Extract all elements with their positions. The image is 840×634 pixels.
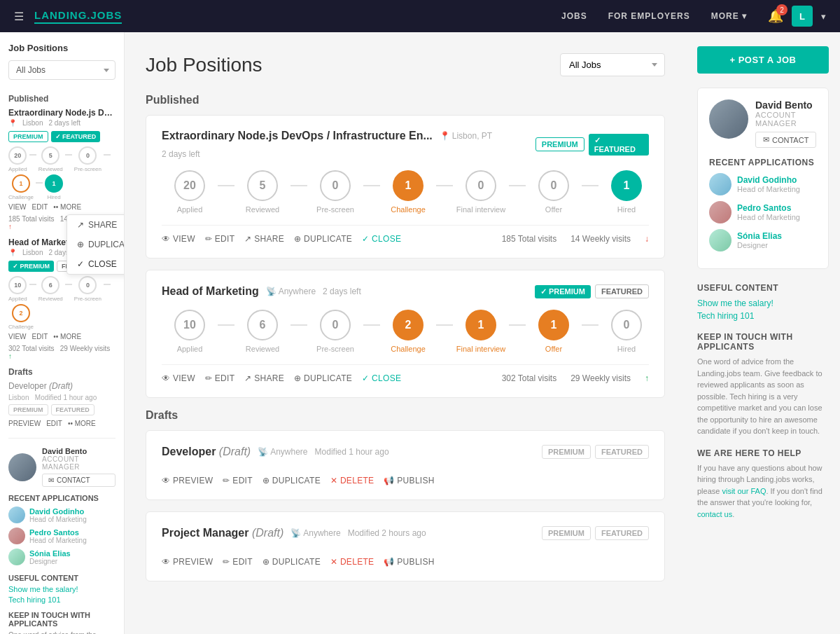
stat-challenge2[interactable]: 2 <box>12 304 30 322</box>
draft2-duplicate-btn[interactable]: ⊕ DUPLICATE <box>262 557 321 567</box>
stage2-hired[interactable]: 0 Hired <box>598 310 649 353</box>
job2-total-visits: 302 Total visits <box>502 373 557 383</box>
stage-offer[interactable]: 0 Offer <box>526 170 582 214</box>
sidebar-contact-btn[interactable]: ✉ CONTACT <box>42 474 115 487</box>
stat-hired[interactable]: 1 <box>45 174 63 193</box>
nav-logo[interactable]: LANDING.JOBS <box>34 9 122 24</box>
job1-share-btn[interactable]: ↗ SHARE <box>244 234 284 244</box>
stage-hired[interactable]: 1 Hired <box>598 170 649 214</box>
connector <box>509 324 526 326</box>
user-avatar-nav[interactable]: L <box>792 6 813 27</box>
preview-action[interactable]: PREVIEW <box>8 420 41 427</box>
draft1-delete-btn[interactable]: ✕ DELETE <box>330 476 374 485</box>
dropdown-close[interactable]: ✓ CLOSE <box>67 254 125 274</box>
view-action[interactable]: VIEW <box>8 203 27 211</box>
draft1-duplicate-btn[interactable]: ⊕ DUPLICATE <box>262 476 321 485</box>
job1-edit-btn[interactable]: ✏ EDIT <box>205 234 234 244</box>
draft1-edit-btn[interactable]: ✏ EDIT <box>223 476 252 485</box>
stage2-final[interactable]: 1 Final interview <box>453 310 509 353</box>
job2-trend-icon: ↑ <box>645 373 649 383</box>
stage2-circle-hired: 0 <box>611 310 642 340</box>
notification-bell[interactable]: 🔔 2 <box>768 8 783 24</box>
job1-premium-badge: PREMIUM <box>536 137 584 151</box>
draft1-publish-btn[interactable]: 📢 PUBLISH <box>384 476 434 485</box>
user-chevron-icon[interactable]: ▾ <box>821 11 826 22</box>
job2-title[interactable]: Head of Marketing <box>162 285 259 298</box>
stat-applied[interactable]: 20 <box>8 146 27 165</box>
job2-duplicate-btn[interactable]: ⊕ DUPLICATE <box>294 373 352 383</box>
job2-share-btn[interactable]: ↗ SHARE <box>244 373 284 383</box>
tech-link[interactable]: Tech hiring 101 <box>8 595 115 604</box>
sidebar-job1-badges: PREMIUM ✓ FEATURED <box>8 131 115 142</box>
nav-employers[interactable]: FOR EMPLOYERS <box>608 11 690 21</box>
view-action2[interactable]: VIEW <box>8 333 27 340</box>
right-profile-name: David Bento <box>755 99 817 111</box>
envelope-icon: ✉ <box>763 135 769 144</box>
more-action2[interactable]: •• MORE <box>53 333 81 340</box>
left-sidebar: Job Positions All Jobs Published Extraor… <box>0 32 125 634</box>
sidebar-filter-select[interactable]: All Jobs <box>8 60 115 80</box>
job1-view-btn[interactable]: 👁 VIEW <box>162 234 195 244</box>
right-salary-link[interactable]: Show me the salary! <box>697 298 829 308</box>
connector <box>509 185 526 186</box>
applicant2-avatar <box>8 528 25 544</box>
job2-view-btn[interactable]: 👁 VIEW <box>162 373 195 383</box>
envelope-icon: ✉ <box>48 476 54 484</box>
job2-premium-badge: ✓ PREMIUM <box>535 285 591 298</box>
stat-applied2[interactable]: 10 <box>8 276 27 294</box>
stage-final[interactable]: 0 Final interview <box>453 170 509 214</box>
job1-title[interactable]: Extraordinary Node.js DevOps / Infrastru… <box>162 130 433 142</box>
right-tech-link[interactable]: Tech hiring 101 <box>697 311 829 321</box>
faq-link[interactable]: visit our FAQ <box>722 487 766 495</box>
draft2-title[interactable]: Project Manager (Draft) <box>162 527 284 539</box>
stat-reviewed2[interactable]: 6 <box>41 276 59 294</box>
stat-reviewed[interactable]: 5 <box>41 146 59 165</box>
nav-more[interactable]: MORE ▾ <box>711 11 747 21</box>
stat-challenge[interactable]: 1 <box>12 174 30 193</box>
edit-action[interactable]: EDIT <box>32 203 48 211</box>
draft2-preview-btn[interactable]: 👁 PREVIEW <box>162 557 213 567</box>
more-action[interactable]: •• MORE <box>53 203 81 211</box>
stat-prescreen2[interactable]: 0 <box>78 276 97 294</box>
sidebar-keep-text: One word of advice from the Landing.jobs… <box>8 630 115 634</box>
sidebar-applicant-2: Pedro Santos Head of Marketing <box>8 528 115 544</box>
right-contact-btn[interactable]: ✉ CONTACT <box>755 132 816 148</box>
stage-applied[interactable]: 20 Applied <box>162 170 218 214</box>
draft1-preview-btn[interactable]: 👁 PREVIEW <box>162 476 213 485</box>
dropdown-share[interactable]: ↗ SHARE <box>67 215 125 235</box>
job1-duplicate-btn[interactable]: ⊕ DUPLICATE <box>294 234 352 244</box>
stage-prescreen[interactable]: 0 Pre-screen <box>307 170 363 214</box>
stage2-challenge[interactable]: 2 Challenge <box>380 310 436 353</box>
right-help-label: WE ARE HERE TO HELP <box>697 448 829 458</box>
edit-draft-action[interactable]: EDIT <box>46 420 62 427</box>
stage2-offer[interactable]: 1 Offer <box>526 310 582 353</box>
draft2-edit-btn[interactable]: ✏ EDIT <box>223 557 252 567</box>
stage2-reviewed[interactable]: 6 Reviewed <box>234 310 290 353</box>
stage-circle-hired: 1 <box>611 170 642 201</box>
right-applicant1-info: David Godinho Head of Marketing <box>737 175 800 193</box>
stage-challenge[interactable]: 1 Challenge <box>380 170 436 214</box>
stage-reviewed[interactable]: 5 Reviewed <box>234 170 290 214</box>
draft2-delete-btn[interactable]: ✕ DELETE <box>330 557 374 567</box>
job1-close-btn[interactable]: ✓ CLOSE <box>362 234 401 244</box>
draft2-publish-btn[interactable]: 📢 PUBLISH <box>384 557 434 567</box>
right-recent-apps-label: RECENT APPLICATIONS <box>709 158 817 167</box>
contact-link[interactable]: contact us <box>697 510 732 518</box>
dropdown-duplicate[interactable]: ⊕ DUPLICATE <box>67 235 125 254</box>
salary-link[interactable]: Show me the salary! <box>8 585 115 593</box>
stage2-prescreen[interactable]: 0 Pre-screen <box>307 310 363 353</box>
more-draft-action[interactable]: •• MORE <box>68 420 96 427</box>
post-job-btn[interactable]: + POST A JOB <box>697 46 829 74</box>
main-filter-select[interactable]: All Jobs <box>560 53 665 76</box>
edit-action2[interactable]: EDIT <box>32 333 48 340</box>
job2-featured-badge: FEATURED <box>595 284 649 298</box>
right-profile-card: David Bento ACCOUNT MANAGER ✉ CONTACT RE… <box>697 88 829 269</box>
draft1-title[interactable]: Developer (Draft) <box>162 446 251 458</box>
hamburger-icon[interactable]: ☰ <box>14 10 24 23</box>
job2-close-btn[interactable]: ✓ CLOSE <box>362 373 401 383</box>
nav-jobs[interactable]: JOBS <box>561 11 587 21</box>
stage2-applied[interactable]: 10 Applied <box>162 310 218 353</box>
sidebar-useful-label: USEFUL CONTENT <box>8 574 115 582</box>
stat-prescreen[interactable]: 0 <box>78 146 97 165</box>
job2-edit-btn[interactable]: ✏ EDIT <box>205 373 234 383</box>
